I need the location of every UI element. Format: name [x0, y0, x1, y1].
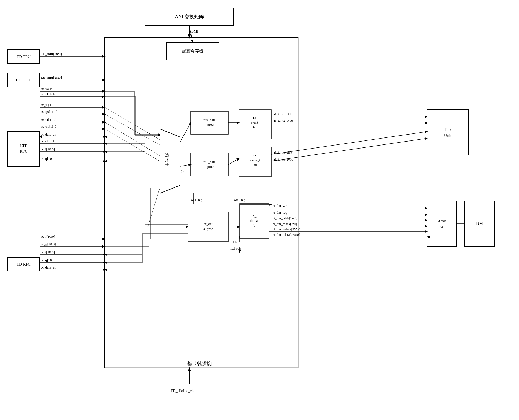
rx-i1-label: rx_i1[11:0] [41, 118, 57, 122]
diagram: AXI 交换矩阵 配置寄存器 基带射频接口 TD TPU LTE TPU LTE… [0, 0, 519, 420]
rx-q-td-label: rx_q[10:0] [41, 242, 56, 246]
lte-rfc-label2: RFC [20, 149, 27, 153]
rx1-to-rxevent-line [228, 158, 239, 165]
ri-tu-tx-tick-label: ri_tu_tx_tick [274, 112, 292, 116]
tx-event-tab-label3: tab [253, 125, 257, 129]
rx1-data-proc-label1: rx1_data [203, 160, 216, 164]
ri-dm-rdata-label: ri_dm_rdata[255:0] [273, 233, 300, 237]
td-rfc-label: TD RFC [17, 262, 31, 266]
ri-tu-rx-type-label: ri_tu_rx_type [274, 157, 293, 161]
ri-tu-tx-type-label: ri_tu_tx_type [274, 118, 293, 122]
sel-to-rx0-line [180, 123, 191, 142]
rx-event-tab-label1: Rx_ [252, 153, 258, 157]
lte-rfc-label1: LTE [20, 144, 27, 148]
ri-dm-wdata-label: ri_dm_wdata[255:0] [273, 227, 301, 231]
axi-switch-label: AXI 交换矩阵 [175, 14, 204, 19]
rx-q0-label: rx_q0[11:0] [41, 110, 57, 114]
sel-to-rx1-line [180, 165, 191, 166]
q-label: q↓ [181, 169, 184, 173]
ri-dm-addr-label: ri_dm_addr[14:0] [273, 216, 297, 220]
tx-event-tab-label1: Tx_ [253, 115, 258, 120]
tx-i-td-label: tx_i[10:0] [41, 250, 55, 254]
wr1-req-label: wr1_req [191, 198, 203, 202]
config-reg-label: 配置寄存器 [182, 49, 203, 53]
tx-event-tab-label2: event_ [251, 120, 260, 124]
arbitor-box [427, 201, 457, 247]
ri-dm-arb-label2: dm_ar [250, 219, 259, 223]
td-clk-label: TD_clk/Lte_clk [171, 389, 194, 393]
tx-data-en-td-label: tx_data_en [41, 265, 56, 269]
ri-dm-req-label: ri_dm_req [273, 211, 287, 215]
dm-label: DM [476, 221, 483, 226]
tx-data-en-lte-label: tx_data_en [41, 132, 56, 136]
rx-q1-to-sel [105, 129, 160, 161]
ri-tu-rx-type-line [271, 138, 427, 161]
axi-to-config-line [189, 26, 193, 42]
tick-unit-box [427, 110, 469, 155]
rx-event-tab-label3: ab [254, 163, 257, 167]
tx-i-lte-label: tx_i[10:0] [41, 147, 55, 151]
rx-sf-tick-label: rx_sf_tick [41, 92, 55, 96]
rd-req-label: Rd_req [230, 247, 241, 251]
diagram-svg: AXI 交换矩阵 配置寄存器 基带射频接口 TD TPU LTE TPU LTE… [0, 0, 519, 420]
tx-data-proc-label1: tx_dat [204, 222, 213, 226]
ri-dm-mask-label: ri_dm_mask[7:0] [273, 222, 297, 226]
sel-to-txproc-1 [148, 188, 160, 227]
selector-shape [160, 129, 180, 193]
lte-tpu-label: LTE TPU [16, 78, 31, 82]
lte-mrtr-label: Lte_mrtr[28:0] [41, 75, 62, 79]
rx-i1-to-sel [105, 122, 160, 156]
rx0-data-proc-label2: _proc [205, 122, 214, 126]
bmi-label: BMI [191, 30, 199, 34]
main-box [105, 38, 298, 368]
ri-tu-rx-tick-label: ri_tu_rx_tick [274, 150, 292, 154]
selector-label3: 器 [165, 163, 169, 167]
rx-valid-label: rx_valid [41, 87, 53, 91]
rx1-data-proc-label2: _proc [205, 165, 214, 169]
selector-label1: 选 [165, 153, 169, 157]
ri-dm-wr-label: ri_dm_wr [273, 204, 287, 208]
rx-i0-label: rx_i0[11:0] [41, 103, 57, 107]
arbitor-label1: Arbit [438, 219, 446, 223]
ri-dm-arb-label1: ri_ [253, 214, 257, 218]
td-mrtr-label: TD_mrtr[28:0] [41, 52, 62, 56]
i-label: i→ [181, 144, 185, 148]
tx-q-td-label: tx_q[10:0] [41, 258, 56, 262]
pri-label: PRI [233, 240, 239, 244]
rx0-data-proc-label1: rx0_data [203, 118, 216, 122]
main-box-label: 基带射频接口 [187, 361, 216, 366]
ri-tu-rx-tick-line [271, 132, 427, 154]
wr0-req-label: wr0_req [234, 198, 246, 202]
rx-event-tab-label2: event_t [250, 158, 261, 162]
tick-unit-label1: Tick [444, 127, 452, 132]
tx-q-lte-label: tx_q[10:0] [41, 157, 56, 161]
rx-i-td-label: rx_i[10:0] [41, 234, 55, 238]
arbitor-label2: or [440, 225, 444, 229]
rx-q0-to-sel [105, 114, 160, 145]
tick-unit-label2: Unit [444, 133, 452, 138]
tx-sf-tick-label: tx_sf_tick [41, 139, 55, 143]
td-tpu-label: TD TPU [17, 55, 31, 59]
rx-q1-label: rx_q1[11:0] [41, 124, 57, 128]
tx-event-tab-box [239, 110, 271, 139]
ri-dm-arb-label3: b [254, 223, 255, 227]
rx-event-tab-box [239, 147, 271, 177]
selector-label2: 择 [165, 158, 169, 162]
tx-data-proc-label2: a_proc [203, 227, 213, 231]
rx-i0-to-sel [105, 107, 160, 140]
